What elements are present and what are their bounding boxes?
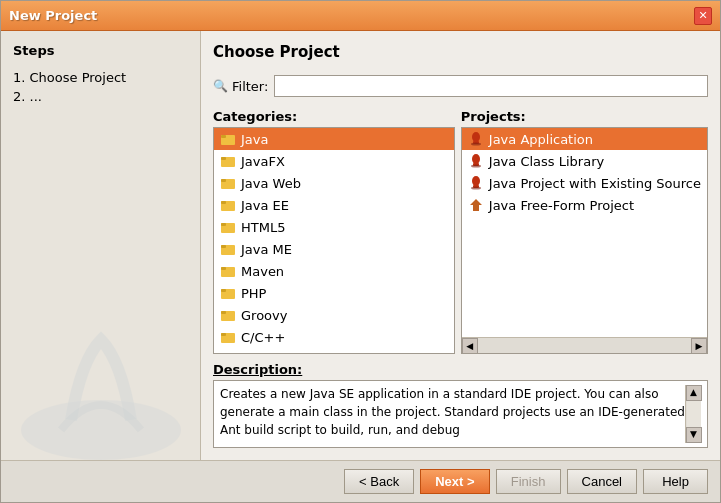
folder-icon-2 [220,153,236,169]
description-text: Creates a new Java SE application in a s… [220,385,685,443]
desc-scroll-down[interactable]: ▼ [686,427,702,443]
step-1-label: Choose Project [30,70,127,85]
desc-scroll-up[interactable]: ▲ [686,385,702,401]
project-java-existing[interactable]: Java Project with Existing Source [462,172,707,194]
java-lib-icon [468,153,484,169]
finish-button[interactable]: Finish [496,469,561,494]
hscroll-right[interactable]: ▶ [691,338,707,354]
desc-scrollbar[interactable]: ▲ ▼ [685,385,701,443]
main-title: Choose Project [213,43,708,61]
svg-rect-18 [221,311,226,314]
svg-point-24 [472,154,480,164]
folder-icon-6 [220,241,236,257]
folder-icon-9 [220,307,236,323]
folder-icon-5 [220,219,236,235]
categories-list[interactable]: Java JavaFX [214,128,454,353]
categories-listbox: Java JavaFX [213,127,455,354]
svg-point-26 [471,165,481,168]
close-button[interactable]: ✕ [694,7,712,25]
category-javafx[interactable]: JavaFX [214,150,454,172]
category-java-web[interactable]: Java Web [214,172,454,194]
cancel-button[interactable]: Cancel [567,469,637,494]
back-button[interactable]: < Back [344,469,414,494]
folder-icon-10 [220,329,236,345]
filter-row: 🔍 Filter: [213,75,708,97]
svg-point-27 [472,176,480,186]
project-java-freeform[interactable]: Java Free-Form Project [462,194,707,216]
category-java-ee[interactable]: Java EE [214,194,454,216]
step-2-label: ... [30,89,42,104]
sidebar-watermark [1,320,200,460]
category-maven[interactable]: Maven [214,260,454,282]
projects-list[interactable]: Java Application Ja [462,128,707,337]
panels-row: Categories: Java [213,109,708,354]
svg-marker-30 [470,199,482,211]
svg-point-21 [472,132,480,142]
description-box: Creates a new Java SE application in a s… [213,380,708,448]
svg-rect-4 [221,157,226,160]
svg-rect-6 [221,179,226,182]
steps-list: 1. Choose Project 2. ... [13,68,188,106]
category-php[interactable]: PHP [214,282,454,304]
desc-scroll-track [687,401,701,427]
hscroll-left[interactable]: ◀ [462,338,478,354]
project-java-class-lib[interactable]: Java Class Library [462,150,707,172]
description-section: Description: Creates a new Java SE appli… [213,362,708,448]
svg-rect-10 [221,223,226,226]
next-button[interactable]: Next > [420,469,489,494]
folder-icon-7 [220,263,236,279]
svg-point-29 [471,187,481,190]
svg-point-23 [471,143,481,146]
step-1: 1. Choose Project [13,68,188,87]
new-project-dialog: New Project ✕ Steps 1. Choose Project 2.… [0,0,721,503]
svg-rect-12 [221,245,226,248]
help-button[interactable]: Help [643,469,708,494]
folder-icon [220,131,236,147]
sidebar: Steps 1. Choose Project 2. ... [1,31,201,460]
projects-panel: Projects: [461,109,708,354]
category-html5[interactable]: HTML5 [214,216,454,238]
filter-input[interactable] [274,75,708,97]
titlebar: New Project ✕ [1,1,720,31]
projects-listbox: Java Application Ja [461,127,708,354]
projects-label: Projects: [461,109,708,124]
step-1-number: 1. [13,70,25,85]
java-existing-icon [468,175,484,191]
footer: < Back Next > Finish Cancel Help [1,460,720,502]
folder-icon-8 [220,285,236,301]
content-area: Steps 1. Choose Project 2. ... [1,31,720,460]
categories-panel: Categories: Java [213,109,455,354]
main-panel: Choose Project 🔍 Filter: Categories: [201,31,720,460]
category-java-me[interactable]: Java ME [214,238,454,260]
java-app-icon [468,131,484,147]
svg-rect-20 [221,333,226,336]
folder-icon-3 [220,175,236,191]
java-freeform-icon [468,197,484,213]
search-icon: 🔍 [213,79,228,93]
step-2-number: 2. [13,89,25,104]
category-other[interactable]: C/C++ [214,326,454,348]
svg-rect-14 [221,267,226,270]
projects-hscrollbar[interactable]: ◀ ▶ [462,337,707,353]
sidebar-title: Steps [13,43,188,58]
svg-rect-8 [221,201,226,204]
category-groovy[interactable]: Groovy [214,304,454,326]
window-title: New Project [9,8,97,23]
step-2: 2. ... [13,87,188,106]
categories-label: Categories: [213,109,455,124]
filter-label: 🔍 Filter: [213,79,268,94]
hscroll-track [478,340,691,352]
svg-rect-2 [221,135,226,138]
project-java-app[interactable]: Java Application [462,128,707,150]
description-label: Description: [213,362,708,377]
folder-icon-4 [220,197,236,213]
svg-rect-16 [221,289,226,292]
category-java[interactable]: Java [214,128,454,150]
